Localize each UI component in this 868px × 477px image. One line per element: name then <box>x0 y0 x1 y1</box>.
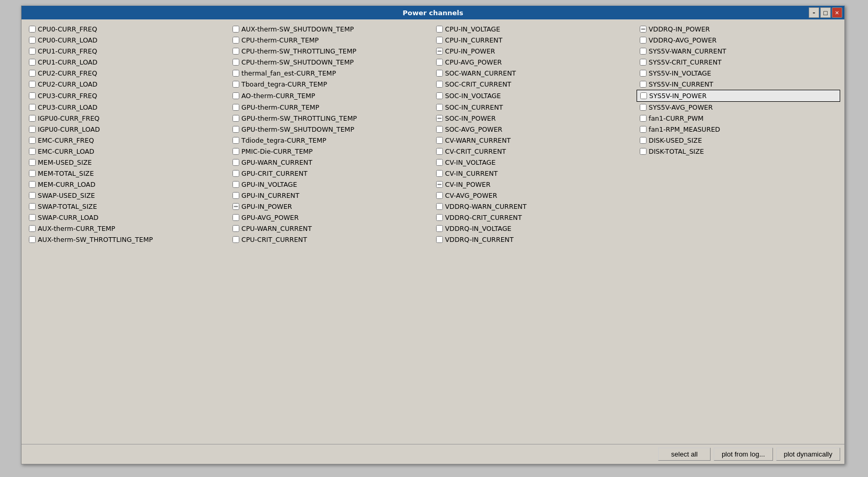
channel-item: MEM-TOTAL_SIZE <box>26 168 229 179</box>
channel-checkbox[interactable] <box>29 126 36 133</box>
channel-checkbox[interactable] <box>232 26 239 33</box>
channel-checkbox[interactable] <box>29 92 36 99</box>
plot-dynamically-button[interactable]: plot dynamically <box>776 448 841 461</box>
channel-item: Tdiode_tegra-CURR_TEMP <box>229 135 433 146</box>
channel-checkbox[interactable] <box>232 92 239 99</box>
channel-checkbox[interactable] <box>29 48 36 55</box>
channel-label: AUX-therm-SW_SHUTDOWN_TEMP <box>241 25 354 33</box>
channel-checkbox[interactable] <box>29 225 36 232</box>
channel-item: CPU-therm-SW_THROTTLING_TEMP <box>229 46 433 57</box>
plot-from-log-button[interactable]: plot from log... <box>714 448 772 461</box>
channel-checkbox[interactable] <box>436 225 443 232</box>
channel-checkbox[interactable] <box>640 48 647 55</box>
channel-checkbox[interactable] <box>436 26 443 33</box>
channel-checkbox[interactable] <box>436 181 443 188</box>
channel-label: PMIC-Die-CURR_TEMP <box>241 147 313 155</box>
channel-checkbox[interactable] <box>436 92 443 99</box>
channel-checkbox[interactable] <box>232 148 239 155</box>
channel-item: VDDRQ-AVG_POWER <box>637 35 840 46</box>
channel-checkbox[interactable] <box>29 59 36 66</box>
channel-checkbox[interactable] <box>436 115 443 122</box>
channel-checkbox[interactable] <box>436 70 443 77</box>
channel-checkbox[interactable] <box>436 236 443 243</box>
channel-checkbox[interactable] <box>640 115 647 122</box>
close-button[interactable]: ✕ <box>832 7 842 18</box>
channel-checkbox[interactable] <box>640 126 647 133</box>
channel-checkbox[interactable] <box>232 48 239 55</box>
channel-checkbox[interactable] <box>232 170 239 177</box>
channel-checkbox[interactable] <box>29 170 36 177</box>
channel-checkbox[interactable] <box>29 70 36 77</box>
channel-item: CV-IN_CURRENT <box>433 168 637 179</box>
channel-item: CPU2-CURR_FREQ <box>26 68 229 79</box>
channel-checkbox[interactable] <box>29 137 36 144</box>
channel-checkbox[interactable] <box>232 70 239 77</box>
channel-checkbox[interactable] <box>640 137 647 144</box>
channel-label: MEM-USED_SIZE <box>38 158 92 166</box>
channel-checkbox[interactable] <box>232 159 239 166</box>
channel-checkbox[interactable] <box>436 137 443 144</box>
channel-checkbox[interactable] <box>436 203 443 210</box>
channel-checkbox[interactable] <box>640 26 647 33</box>
channel-checkbox[interactable] <box>29 236 36 243</box>
channel-checkbox[interactable] <box>29 214 36 221</box>
channel-checkbox[interactable] <box>436 159 443 166</box>
channel-checkbox[interactable] <box>436 81 443 88</box>
channel-checkbox[interactable] <box>232 81 239 88</box>
channel-checkbox[interactable] <box>436 170 443 177</box>
channel-checkbox[interactable] <box>232 104 239 111</box>
channel-checkbox[interactable] <box>29 37 36 44</box>
channel-checkbox[interactable] <box>232 59 239 66</box>
channel-checkbox[interactable] <box>29 203 36 210</box>
channel-checkbox[interactable] <box>29 115 36 122</box>
channel-item: CPU-CRIT_CURRENT <box>229 234 433 245</box>
channel-item <box>637 157 840 168</box>
channel-checkbox[interactable] <box>232 236 239 243</box>
channel-label: SOC-WARN_CURRENT <box>445 69 516 77</box>
channel-checkbox[interactable] <box>436 59 443 66</box>
channel-checkbox[interactable] <box>640 148 647 155</box>
channel-checkbox[interactable] <box>436 104 443 111</box>
channel-checkbox[interactable] <box>29 81 36 88</box>
channel-item: SYS5V-CRIT_CURRENT <box>637 57 840 68</box>
channel-item: CPU0-CURR_FREQ <box>26 24 229 35</box>
channel-checkbox[interactable] <box>232 203 239 210</box>
channel-item: CPU0-CURR_LOAD <box>26 35 229 46</box>
channel-checkbox[interactable] <box>436 48 443 55</box>
channel-checkbox[interactable] <box>436 126 443 133</box>
channel-checkbox[interactable] <box>640 37 647 44</box>
channel-checkbox[interactable] <box>232 37 239 44</box>
channel-label: CPU0-CURR_FREQ <box>38 25 97 33</box>
channel-item: GPU-IN_POWER <box>229 201 433 212</box>
channel-checkbox[interactable] <box>640 104 647 111</box>
minimize-button[interactable]: – <box>809 7 819 18</box>
channel-item: SWAP-CURR_LOAD <box>26 212 229 223</box>
channel-checkbox[interactable] <box>232 192 239 199</box>
channel-label: GPU-WARN_CURRENT <box>241 158 312 166</box>
channel-checkbox[interactable] <box>232 225 239 232</box>
channel-checkbox[interactable] <box>436 192 443 199</box>
channel-checkbox[interactable] <box>29 104 36 111</box>
channel-checkbox[interactable] <box>640 92 647 99</box>
channel-checkbox[interactable] <box>29 148 36 155</box>
channel-checkbox[interactable] <box>232 137 239 144</box>
channel-checkbox[interactable] <box>232 115 239 122</box>
channel-label: CPU2-CURR_LOAD <box>38 80 98 88</box>
channel-label: AUX-therm-CURR_TEMP <box>38 225 115 232</box>
channel-checkbox[interactable] <box>640 59 647 66</box>
channel-checkbox[interactable] <box>640 70 647 77</box>
channel-checkbox[interactable] <box>29 192 36 199</box>
channel-checkbox[interactable] <box>29 159 36 166</box>
maximize-button[interactable]: □ <box>820 7 831 18</box>
channel-checkbox[interactable] <box>436 148 443 155</box>
channel-checkbox[interactable] <box>232 214 239 221</box>
channel-checkbox[interactable] <box>232 126 239 133</box>
channel-checkbox[interactable] <box>29 181 36 188</box>
channel-checkbox[interactable] <box>29 26 36 33</box>
channel-checkbox[interactable] <box>436 214 443 221</box>
channel-label: VDDRQ-IN_VOLTAGE <box>445 225 511 232</box>
select-all-button[interactable]: select all <box>658 448 711 461</box>
channel-checkbox[interactable] <box>436 37 443 44</box>
channel-checkbox[interactable] <box>640 81 647 88</box>
channel-checkbox[interactable] <box>232 181 239 188</box>
